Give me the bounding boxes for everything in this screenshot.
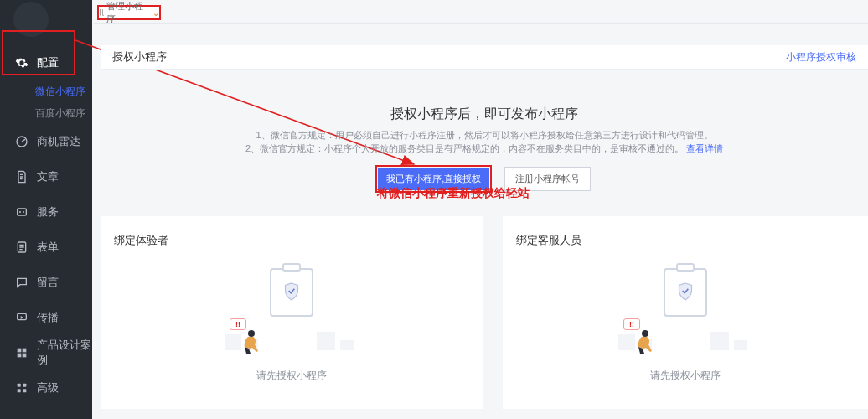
svg-rect-10 — [18, 384, 21, 387]
svg-point-15 — [248, 330, 255, 337]
card-message: 请先授权小程序 — [101, 369, 483, 383]
sidebar-item-label: 配置 — [37, 55, 59, 70]
top-tab-manage[interactable]: 𝗅𝗅 管理小程序 ⌄ — [97, 5, 161, 20]
sidebar-item-label: 传播 — [37, 310, 59, 325]
sidebar-item-advanced[interactable]: 高级 — [0, 370, 92, 406]
svg-point-2 — [19, 211, 21, 213]
sidebar-item-message[interactable]: 留言 — [0, 265, 92, 300]
sidebar-item-label: 服务 — [37, 204, 59, 220]
clipboard-icon — [664, 263, 707, 317]
empty-illustration: !! — [503, 263, 868, 364]
svg-point-3 — [23, 211, 24, 213]
svg-rect-12 — [18, 389, 21, 392]
sidebar-item-label: 产品设计案例 — [37, 338, 92, 368]
panel-header: 授权小程序 小程序授权审核 — [101, 45, 868, 69]
panel-divider — [101, 69, 868, 70]
svg-rect-11 — [23, 384, 26, 387]
empty-illustration: !! — [101, 263, 483, 364]
avatar — [13, 2, 49, 37]
shield-icon — [283, 282, 300, 302]
svg-rect-1 — [18, 209, 27, 215]
gear-icon — [15, 56, 28, 70]
sidebar-item-label: 表单 — [37, 240, 59, 255]
sidebar-item-service[interactable]: 服务 — [0, 194, 92, 230]
person-sitting-icon: !! — [230, 318, 263, 354]
card-title: 绑定客服人员 — [503, 216, 868, 248]
svg-rect-8 — [18, 354, 22, 358]
sidebar-item-form[interactable]: 表单 — [0, 230, 92, 265]
card-bind-tester: 绑定体验者 !! 请先授权小程序 — [101, 216, 483, 409]
sidebar-item-case[interactable]: 产品设计案例 — [0, 335, 92, 370]
main-area: 授权小程序后，即可发布小程序 1、微信官方规定：用户必须自己进行小程序注册，然后… — [101, 80, 868, 201]
sidebar-item-label: 留言 — [37, 275, 59, 290]
svg-rect-7 — [23, 349, 27, 353]
sidebar-sub-baidu[interactable]: 百度小程序 — [0, 102, 92, 124]
card-message: 请先授权小程序 — [503, 369, 868, 383]
radar-icon — [15, 135, 28, 148]
broadcast-icon — [15, 311, 28, 324]
top-divider — [94, 23, 868, 24]
panel-title: 授权小程序 — [112, 49, 167, 65]
panel-right-link[interactable]: 小程序授权审核 — [786, 50, 856, 65]
sidebar: 配置 微信小程序 百度小程序 商机雷达 文章 服务 表单 留言 — [0, 0, 92, 419]
svg-rect-6 — [18, 349, 22, 353]
sidebar-item-label: 高级 — [37, 380, 59, 396]
sidebar-item-article[interactable]: 文章 — [0, 159, 92, 194]
main-headline: 授权小程序后，即可发布小程序 — [101, 106, 868, 123]
sidebar-item-config[interactable]: 配置 — [0, 45, 92, 80]
desc-line1: 1、微信官方规定：用户必须自己进行小程序注册，然后才可以将小程序授权给任意第三方… — [256, 130, 712, 140]
sidebar-sub-wechat[interactable]: 微信小程序 — [0, 80, 92, 102]
main-desc: 1、微信官方规定：用户必须自己进行小程序注册，然后才可以将小程序授权给任意第三方… — [101, 128, 868, 155]
desc-line2: 2、微信官方规定：小程序个人开放的服务类目是有严格规定的，内容不在服务类目中的，… — [245, 143, 684, 153]
clipboard-icon — [270, 263, 313, 317]
svg-rect-13 — [23, 389, 26, 392]
svg-point-16 — [642, 330, 648, 337]
bars-icon: 𝗅𝗅 — [99, 8, 104, 18]
red-annotation-text: 将微信小程序重新授权给轻站 — [377, 186, 530, 201]
sidebar-item-label: 商机雷达 — [37, 134, 80, 149]
desc-detail-link[interactable]: 查看详情 — [686, 143, 723, 153]
sidebar-item-leads[interactable]: 商机雷达 — [0, 124, 92, 159]
grid-icon — [15, 346, 28, 360]
sidebar-item-label: 文章 — [37, 169, 59, 184]
svg-rect-9 — [23, 354, 27, 358]
card-title: 绑定体验者 — [101, 216, 483, 248]
person-sitting-icon: !! — [623, 318, 657, 354]
shield-icon — [677, 282, 694, 302]
message-icon — [15, 276, 28, 289]
form-icon — [15, 241, 28, 254]
card-bind-service: 绑定客服人员 !! 请先授权小程序 — [503, 216, 868, 409]
service-icon — [15, 205, 28, 219]
apps-icon — [15, 381, 28, 395]
top-tab-label: 管理小程序 — [106, 0, 150, 25]
chevron-down-icon: ⌄ — [152, 8, 159, 18]
document-icon — [15, 170, 28, 184]
sidebar-item-broadcast[interactable]: 传播 — [0, 300, 92, 335]
